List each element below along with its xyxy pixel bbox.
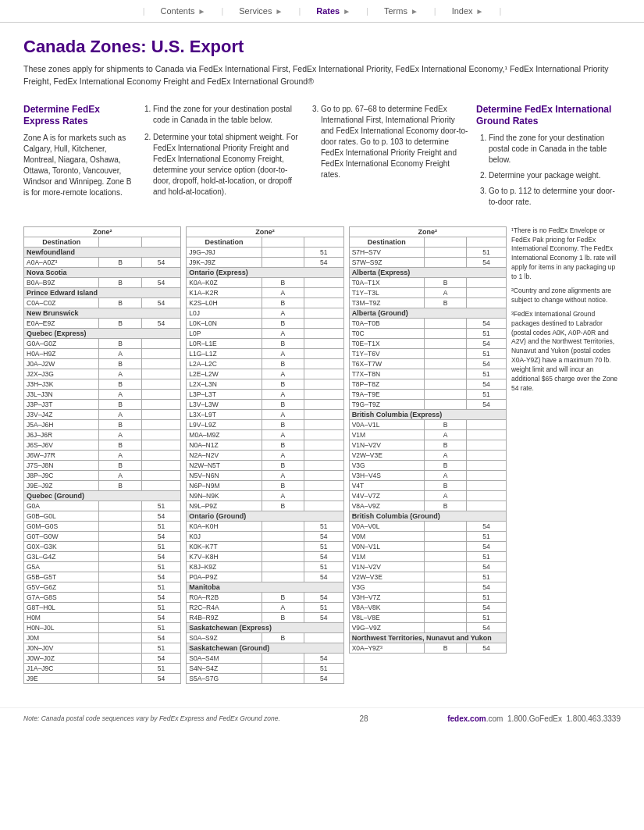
ground-cell: 54	[141, 572, 181, 582]
ground-cell: 51	[304, 521, 343, 531]
express-cell: A	[262, 470, 304, 480]
ground-cell	[304, 297, 343, 308]
section-header: Alberta (Ground)	[349, 308, 506, 318]
express-cell	[99, 582, 141, 592]
express-header-1: Express	[99, 237, 141, 247]
zone-table-2: Zone² Destination Express Ground J9G–J9J…	[186, 226, 343, 684]
section-header: Saskatchewan (Express)	[187, 622, 343, 632]
dest-cell: J3L–J3N	[24, 389, 99, 399]
express-cell: A	[99, 429, 141, 440]
ground-cell: 54	[467, 561, 507, 572]
ground-cell: 54	[141, 297, 181, 308]
express-cell: B	[262, 632, 304, 643]
nav-services[interactable]: Services ►	[239, 6, 283, 16]
ground-cell: 51	[304, 561, 343, 572]
express-cell: B	[99, 440, 141, 450]
express-cell: A	[262, 287, 304, 297]
dest-cell: V2W–V3E	[349, 572, 424, 582]
express-cell: A	[425, 429, 467, 440]
zone-table-3: Zone² Destination Express Ground S7H–S7V…	[349, 226, 507, 654]
express-cell: A	[262, 429, 304, 440]
dest-cell: S0A–S4M	[187, 653, 262, 663]
express-cell	[99, 551, 141, 561]
express-cell: B	[99, 379, 141, 389]
ground-cell: 51	[467, 531, 507, 541]
dest-cell: V8L–V8E	[349, 612, 424, 622]
express-cell: B	[99, 297, 141, 308]
dest-cell: N9L–P9Z	[187, 500, 262, 511]
ground-cell	[141, 338, 181, 348]
express-rates-title: Determine FedEx Express Rates	[23, 104, 133, 128]
ground-cell: 54	[304, 653, 343, 663]
fedex-url[interactable]: fedex.com	[447, 714, 486, 723]
section-header: Quebec (Ground)	[24, 490, 181, 500]
dest-cell: V3G	[349, 582, 424, 592]
express-cell: B	[99, 338, 141, 348]
dest-cell: H0N–J0L	[24, 622, 99, 632]
express-cell: B	[99, 257, 141, 267]
nav-rates[interactable]: Rates ►	[316, 6, 350, 16]
dest-cell: L0J	[187, 308, 262, 318]
ground-cell	[141, 440, 181, 450]
express-cell: A	[262, 308, 304, 318]
express-cell	[99, 592, 141, 602]
express-cell	[425, 399, 467, 409]
ground-cell	[141, 399, 181, 409]
ground-cell: 54	[467, 379, 507, 389]
express-cell	[425, 592, 467, 602]
ground-cell	[141, 470, 181, 480]
dest-cell: V1M	[349, 429, 424, 440]
zone-table-1: Zone² Destination Express Ground Newfoun…	[23, 226, 181, 684]
ground-cell: 54	[141, 551, 181, 561]
express-cell	[99, 643, 141, 653]
section-header: Quebec (Express)	[24, 328, 181, 338]
footnote-1: ¹There is no FedEx Envelope or FedEx Pak…	[511, 226, 621, 282]
ground-cell	[141, 389, 181, 399]
section-header: Prince Edward Island	[24, 287, 181, 297]
dest-cell: V8A–V9Z	[349, 500, 424, 511]
dest-cell: J6W–J7R	[24, 450, 99, 460]
dest-cell: J3H–J3K	[24, 379, 99, 389]
nav-terms[interactable]: Terms ►	[384, 6, 418, 16]
express-cell: B	[99, 277, 141, 287]
dest-cell: B0A–B9Z	[24, 277, 99, 287]
dest-cell: L0K–L0N	[187, 318, 262, 328]
express-cell: B	[425, 643, 467, 653]
dest-cell: T9G–T9Z	[349, 399, 424, 409]
ground-cell	[304, 328, 343, 338]
dest-header-2: Destination	[187, 237, 262, 247]
dest-header-1: Destination	[24, 237, 99, 247]
ground-cell	[141, 348, 181, 358]
ground-cell: 54	[467, 338, 507, 348]
page-footer: Note: Canada postal code sequences vary …	[0, 707, 644, 729]
ground-cell	[141, 419, 181, 429]
ground-cell: 54	[304, 592, 343, 602]
dest-cell: K0K–K7T	[187, 541, 262, 551]
ground-step-1: Find the zone for your destination posta…	[489, 133, 621, 166]
ground-cell	[467, 277, 507, 287]
express-cell	[425, 521, 467, 531]
main-content: Canada Zones: U.S. Export These zones ap…	[0, 23, 644, 700]
zone-label-1: Zone²	[24, 226, 181, 237]
express-cell	[262, 653, 304, 663]
express-cell	[99, 673, 141, 683]
express-cell: A	[262, 409, 304, 419]
express-cell: B	[425, 480, 467, 490]
ground-cell: 54	[467, 643, 507, 653]
dest-cell: J3P–J3T	[24, 399, 99, 409]
page-number: 28	[359, 714, 368, 723]
express-cell	[99, 612, 141, 622]
dest-cell: V8A–V8K	[349, 602, 424, 612]
ground-cell: 54	[141, 511, 181, 521]
ground-cell	[304, 369, 343, 379]
express-cell: B	[262, 379, 304, 389]
nav-index[interactable]: Index ►	[452, 6, 484, 16]
table3-body: S7H–S7V51S7W–S9Z54Alberta (Express)T0A–T…	[349, 247, 506, 653]
nav-index-arrow: ►	[476, 7, 484, 16]
dest-cell: L2E–L2W	[187, 369, 262, 379]
ground-step-2: Determine your package weight.	[489, 170, 621, 181]
ground-cell: 54	[304, 531, 343, 541]
ground-cell: 54	[304, 673, 343, 683]
nav-contents[interactable]: Contents ►	[160, 6, 205, 16]
table2-body: J9G–J9J51J9K–J9Z54Ontario (Express)K0A–K…	[187, 247, 343, 683]
